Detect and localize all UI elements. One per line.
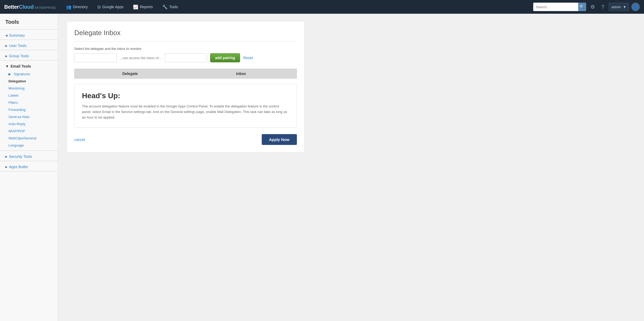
help-button[interactable]: ? [599, 3, 606, 11]
sidebar-item-forwarding[interactable]: Forwarding [0, 106, 58, 113]
delegate-input[interactable] [74, 53, 117, 62]
user-menu[interactable]: admin ▼ [609, 3, 629, 11]
sidebar-item-signatures[interactable]: ▶ Signatures [0, 70, 58, 78]
sidebar-item-imap-pop[interactable]: IMAP/POP [0, 128, 58, 135]
sidebar-item-group-tools-label: Group Tools [9, 54, 29, 58]
sidebar-item-security-tools-label: Security Tools [9, 154, 32, 159]
apps-butler-arrow-icon: ▶ [5, 165, 7, 169]
forwarding-label: Forwarding [8, 108, 26, 112]
main-content: Delegate Inbox Select the delegate and t… [58, 14, 644, 321]
nav-google-apps[interactable]: ⊞ Google Apps [94, 3, 127, 11]
sidebar: Tools ◀ Summary ▶ User Tools ▶ Group Too… [0, 14, 58, 321]
email-tools-label: Email Tools [11, 64, 31, 68]
apply-now-button[interactable]: Apply Now [262, 134, 297, 145]
delegation-label: Delegation [8, 79, 26, 83]
sidebar-item-filters[interactable]: Filters [0, 99, 58, 106]
avatar-icon: 👤 [633, 4, 638, 10]
nav-tools-label: Tools [169, 5, 178, 9]
bottom-actions: cancel Apply Now [74, 134, 297, 145]
sidebar-item-language[interactable]: Language [0, 142, 58, 149]
add-pairing-button[interactable]: add pairing [210, 53, 240, 62]
heads-up-title: Head's Up: [82, 92, 289, 100]
security-tools-arrow-icon: ▶ [5, 155, 7, 158]
delegate-instruction: Select the delegate and the inbox to mon… [74, 47, 297, 51]
sidebar-title: Tools [0, 19, 58, 29]
cancel-link[interactable]: cancel [74, 138, 85, 142]
reset-link[interactable]: Reset [243, 56, 253, 60]
separator-text: ...can access the inbox of... [120, 56, 162, 60]
heads-up-box: Head's Up: The account delegation featur… [74, 84, 297, 128]
directory-icon: 👥 [66, 4, 71, 10]
search-bar: 🔍 [533, 3, 586, 11]
imap-pop-label: IMAP/POP [8, 129, 25, 133]
search-input[interactable] [533, 3, 578, 11]
language-label: Language [8, 143, 24, 147]
labels-label: Labels [8, 93, 19, 97]
avatar[interactable]: 👤 [631, 3, 640, 11]
webclips-general-label: WebClips/General [8, 136, 36, 140]
send-as-alias-label: Send-as Alias [8, 115, 30, 119]
search-button[interactable]: 🔍 [578, 3, 586, 11]
settings-button[interactable]: ⚙ [588, 3, 597, 11]
sidebar-item-labels[interactable]: Labels [0, 92, 58, 99]
sidebar-item-delegation: Delegation [0, 78, 58, 85]
sidebar-item-auto-reply[interactable]: Auto-Reply [0, 120, 58, 128]
nav-google-apps-label: Google Apps [102, 5, 123, 9]
sidebar-item-webclips-general[interactable]: WebClips/General [0, 135, 58, 142]
sidebar-item-summary[interactable]: ◀ Summary [0, 31, 58, 40]
auto-reply-label: Auto-Reply [8, 122, 25, 126]
user-tools-arrow-icon: ▶ [5, 44, 7, 48]
table-header-delegate: Delegate [75, 69, 186, 78]
top-navigation: Better Cloud ENTERPRISE 👥 Directory ⊞ Go… [0, 0, 644, 14]
page-layout: Tools ◀ Summary ▶ User Tools ▶ Group Too… [0, 14, 644, 321]
heads-up-body: The account delegation feature must be e… [82, 104, 289, 120]
group-tools-arrow-icon: ▶ [5, 54, 7, 58]
signatures-arrow-icon: ▶ [8, 72, 11, 76]
sidebar-item-group-tools[interactable]: ▶ Group Tools [0, 52, 58, 60]
email-tools-arrow-icon: ▼ [5, 64, 9, 68]
filters-label: Filters [8, 101, 18, 105]
sidebar-item-send-as-alias[interactable]: Send-as Alias [0, 113, 58, 120]
sidebar-item-user-tools-label: User Tools [9, 44, 26, 48]
page-title: Delegate Inbox [74, 29, 297, 41]
nav-directory-label: Directory [73, 5, 88, 9]
nav-tools[interactable]: 🔧 Tools [159, 3, 182, 11]
nav-reports[interactable]: 📈 Reports [129, 3, 157, 11]
page-card: Delegate Inbox Select the delegate and t… [67, 21, 305, 153]
delegate-row: ...can access the inbox of... add pairin… [74, 53, 297, 62]
sidebar-item-apps-butler[interactable]: ▶ Apps Butler [0, 163, 58, 171]
brand-tier: ENTERPRISE [35, 6, 56, 9]
sidebar-item-monitoring[interactable]: Monitoring [0, 85, 58, 92]
sidebar-item-apps-butler-label: Apps Butler [9, 165, 28, 169]
email-tools-submenu: ▶ Signatures Delegation Monitoring Label… [0, 70, 58, 149]
brand-name-part2: Cloud [19, 4, 34, 10]
monitoring-label: Monitoring [8, 86, 25, 90]
brand-name-part1: Better [4, 4, 19, 10]
user-label: admin [611, 5, 621, 9]
summary-arrow-icon: ◀ [5, 34, 7, 37]
sidebar-email-tools-section[interactable]: ▼ Email Tools [0, 62, 58, 70]
dropdown-arrow-icon: ▼ [623, 5, 626, 9]
reports-icon: 📈 [133, 4, 138, 10]
nav-reports-label: Reports [140, 5, 153, 9]
signatures-label: Signatures [14, 72, 30, 76]
sidebar-item-summary-label: Summary [9, 33, 25, 37]
nav-directory[interactable]: 👥 Directory [62, 3, 91, 11]
sidebar-item-security-tools[interactable]: ▶ Security Tools [0, 152, 58, 161]
tools-icon: 🔧 [162, 4, 168, 10]
table-header: Delegate Inbox [74, 69, 297, 79]
table-header-inbox: Inbox [186, 69, 297, 78]
sidebar-item-user-tools[interactable]: ▶ User Tools [0, 41, 58, 50]
google-apps-icon: ⊞ [97, 4, 101, 10]
inbox-input[interactable] [165, 53, 207, 62]
brand-logo[interactable]: Better Cloud ENTERPRISE [4, 4, 56, 10]
